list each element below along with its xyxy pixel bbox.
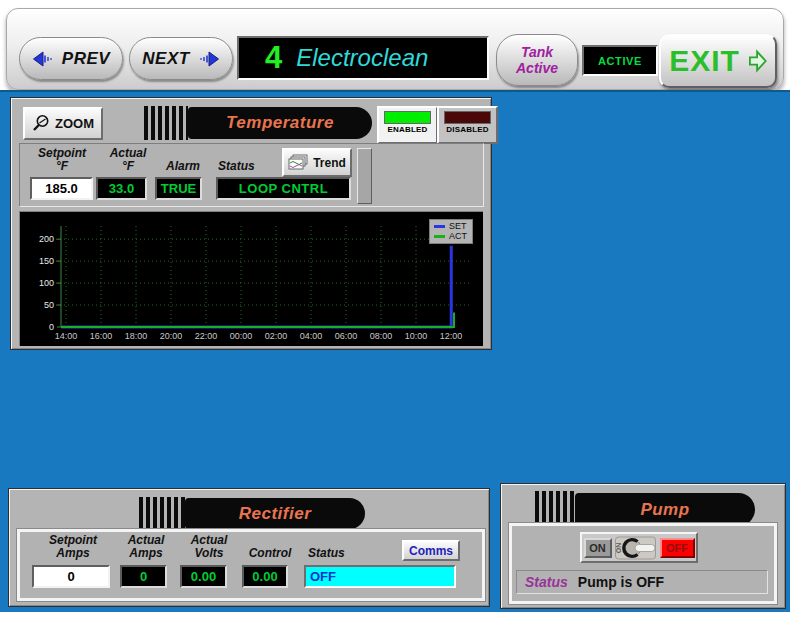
actual-label: Actual °F (100, 147, 156, 173)
status-label: Status (218, 160, 278, 173)
rect-setpoint-label: SetpointAmps (28, 534, 118, 560)
temperature-title: Temperature (226, 113, 334, 133)
alarm-value-display: TRUE (155, 177, 202, 200)
trend-button[interactable]: Trend (282, 148, 352, 177)
pump-status-row: Status Pump is OFF (516, 570, 768, 594)
rect-actual-volts-label: ActualVolts (178, 534, 240, 560)
svg-text:100: 100 (39, 278, 54, 288)
legend-swatch-act (434, 235, 445, 238)
svg-text:20:00: 20:00 (160, 331, 183, 341)
hmi-screen: PREV NEXT 4 Electroclean Tank Active ACT… (0, 0, 790, 627)
svg-text:04:00: 04:00 (300, 331, 323, 341)
comms-button-label: Comms (409, 544, 453, 558)
trend-scroll-slider[interactable] (357, 148, 372, 204)
legend-swatch-set (434, 225, 445, 228)
rect-actual-amps-display: 0 (120, 565, 167, 588)
rect-setpoint-input[interactable]: 0 (32, 565, 110, 588)
svg-text:00:00: 00:00 (230, 331, 253, 341)
temperature-panel: ZOOM Temperature ENABLED DISABLED Setpoi… (10, 97, 492, 350)
disabled-label: DISABLED (439, 125, 496, 134)
rect-actual-volts-display: 0.00 (180, 565, 227, 588)
svg-text:16:00: 16:00 (90, 331, 113, 341)
disabled-indicator[interactable]: DISABLED (437, 106, 498, 144)
zoom-button[interactable]: ZOOM (23, 107, 103, 140)
svg-text:22:00: 22:00 (195, 331, 218, 341)
rect-control-label: Control (239, 547, 301, 560)
arrow-right-outline-icon (749, 48, 767, 74)
actual-value-display: 33.0 (96, 177, 147, 200)
prev-button-label: PREV (62, 49, 110, 69)
temperature-fields-panel: Setpoint °F Actual °F Alarm Status (19, 143, 484, 207)
svg-text:10:00: 10:00 (405, 331, 428, 341)
svg-text:02:00: 02:00 (265, 331, 288, 341)
header-stripes-decoration (144, 106, 188, 140)
svg-text:14:00: 14:00 (55, 331, 78, 341)
zoom-button-label: ZOOM (55, 116, 94, 131)
trend-chart-legend: SET ACT (429, 219, 473, 244)
enabled-label: ENABLED (379, 125, 436, 134)
rect-status-label: Status (308, 547, 368, 560)
exit-button[interactable]: EXIT (659, 34, 777, 88)
rect-actual-amps-label: ActualAmps (115, 534, 177, 560)
svg-text:08:00: 08:00 (370, 331, 393, 341)
status-value-display: LOOP CNTRL (216, 177, 351, 200)
screen-number: 4 (265, 40, 282, 76)
pump-title: Pump (640, 500, 689, 520)
temperature-header-bar: Temperature (188, 107, 372, 139)
header-stripes-decoration (139, 497, 185, 532)
next-button-label: NEXT (142, 49, 189, 69)
pump-on-button[interactable]: ON (584, 538, 612, 558)
tank-active-button[interactable]: Tank Active (496, 34, 578, 86)
screen-title: Electroclean (296, 44, 428, 72)
svg-text:150: 150 (39, 256, 54, 266)
top-navigation-bar: PREV NEXT 4 Electroclean Tank Active ACT… (6, 8, 784, 90)
rectifier-fields-panel: SetpointAmps ActualAmps ActualVolts Cont… (17, 529, 485, 601)
trend-chart-plot: 14:0016:0018:0020:0022:0000:0002:0004:00… (20, 212, 483, 349)
pump-header-bar: Pump (575, 493, 755, 526)
trend-button-label: Trend (313, 156, 346, 170)
pump-status-label: Status (525, 574, 568, 590)
rect-control-display: 0.00 (242, 565, 288, 588)
screen-title-display: 4 Electroclean (237, 36, 489, 80)
magnifier-icon (32, 114, 51, 133)
rotary-switch-icon: ON (615, 536, 657, 560)
arrow-right-icon (196, 51, 220, 67)
pump-off-button[interactable]: OFF (660, 538, 695, 558)
pump-status-value: Pump is OFF (578, 574, 664, 590)
next-button[interactable]: NEXT (129, 37, 233, 80)
setpoint-label: Setpoint °F (26, 147, 98, 173)
svg-text:0: 0 (49, 322, 54, 332)
enabled-lamp (384, 111, 431, 124)
setpoint-input[interactable]: 185.0 (30, 177, 93, 200)
trend-chart: 14:0016:0018:0020:0022:0000:0002:0004:00… (19, 211, 483, 346)
svg-text:50: 50 (44, 300, 54, 310)
rectifier-header-bar: Rectifier (185, 498, 365, 529)
svg-text:12:00: 12:00 (440, 331, 463, 341)
disabled-lamp (444, 111, 491, 124)
pump-controls-panel: ON ON OFF Status Pump is OFF (509, 523, 777, 604)
legend-label-act: ACT (449, 231, 467, 241)
exit-button-label: EXIT (669, 44, 740, 78)
svg-text:200: 200 (39, 234, 54, 244)
comms-button[interactable]: Comms (402, 540, 460, 561)
trend-pages-icon (288, 154, 309, 171)
svg-text:06:00: 06:00 (335, 331, 358, 341)
svg-text:ON: ON (615, 542, 622, 553)
alarm-label: Alarm (158, 160, 208, 173)
pump-panel: Pump ON ON OFF Status Pump is (500, 483, 786, 609)
legend-label-set: SET (449, 221, 467, 231)
rect-status-display: OFF (304, 565, 456, 588)
rectifier-title: Rectifier (239, 504, 312, 524)
arrow-left-icon (32, 51, 56, 67)
pump-switch-bezel: ON ON OFF (580, 532, 698, 563)
svg-text:18:00: 18:00 (125, 331, 148, 341)
enabled-indicator[interactable]: ENABLED (377, 106, 438, 144)
active-status-display: ACTIVE (582, 45, 658, 76)
rectifier-panel: Rectifier SetpointAmps ActualAmps Actual… (8, 488, 490, 607)
prev-button[interactable]: PREV (19, 37, 123, 80)
